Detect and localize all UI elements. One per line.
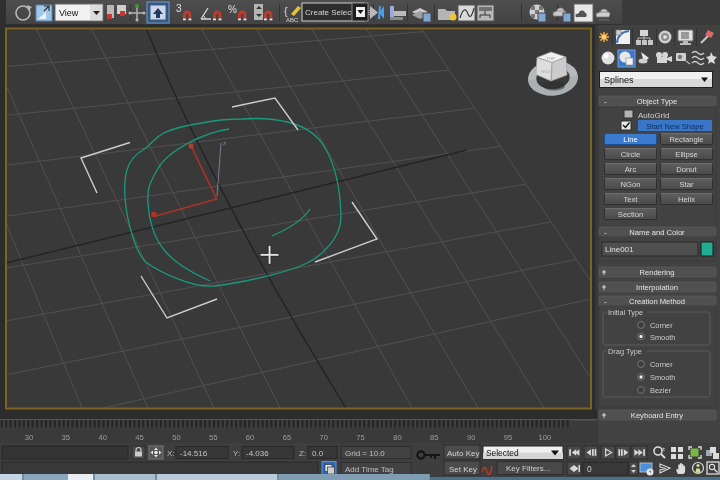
svg-text:Smooth: Smooth <box>650 373 675 382</box>
svg-text:X:: X: <box>167 449 175 458</box>
svg-text:Corner: Corner <box>650 360 673 369</box>
svg-text:50: 50 <box>172 433 180 442</box>
svg-text:80: 80 <box>393 433 401 442</box>
svg-text:-4.036: -4.036 <box>246 449 269 458</box>
svg-text:40: 40 <box>98 433 106 442</box>
svg-text:Initial Type: Initial Type <box>608 308 643 317</box>
svg-text:60: 60 <box>246 433 254 442</box>
svg-text:35: 35 <box>62 433 70 442</box>
svg-text:-14.516: -14.516 <box>180 449 208 458</box>
svg-text:0: 0 <box>587 464 592 474</box>
svg-text:70: 70 <box>320 433 328 442</box>
svg-text:Bezier: Bezier <box>650 386 671 395</box>
svg-text:100: 100 <box>539 433 552 442</box>
svg-text:Smooth: Smooth <box>650 333 675 342</box>
svg-text:TOP: TOP <box>547 56 556 61</box>
svg-text:30: 30 <box>25 433 33 442</box>
svg-text:Drag Type: Drag Type <box>608 347 642 356</box>
svg-text:Z:: Z: <box>299 449 306 458</box>
svg-text:Selected: Selected <box>486 448 519 458</box>
svg-text:Rendering: Rendering <box>639 268 674 277</box>
svg-text:-: - <box>604 297 607 306</box>
svg-text:0.0: 0.0 <box>312 449 324 458</box>
svg-text:Y:: Y: <box>233 449 240 458</box>
svg-text:65: 65 <box>283 433 291 442</box>
svg-text:Add Time Tag: Add Time Tag <box>345 465 394 474</box>
svg-text:FRONT: FRONT <box>541 70 555 74</box>
svg-text:-: - <box>604 228 607 237</box>
svg-text:Set Key: Set Key <box>449 465 477 474</box>
svg-text:Name and Color: Name and Color <box>629 228 685 237</box>
svg-text:z: z <box>223 140 226 146</box>
svg-text:Corner: Corner <box>650 321 673 330</box>
svg-text:95: 95 <box>504 433 512 442</box>
svg-text:Line001: Line001 <box>605 245 634 254</box>
svg-text:Key Filters...: Key Filters... <box>506 464 550 473</box>
svg-text:75: 75 <box>356 433 364 442</box>
svg-text:85: 85 <box>430 433 438 442</box>
svg-text:Grid = 10.0: Grid = 10.0 <box>345 449 385 458</box>
svg-text:Auto Key: Auto Key <box>447 449 479 458</box>
svg-text:45: 45 <box>135 433 143 442</box>
svg-text:90: 90 <box>467 433 475 442</box>
svg-text:Interpolation: Interpolation <box>636 283 678 292</box>
svg-text:Creation Method: Creation Method <box>629 297 685 306</box>
svg-text:55: 55 <box>209 433 217 442</box>
